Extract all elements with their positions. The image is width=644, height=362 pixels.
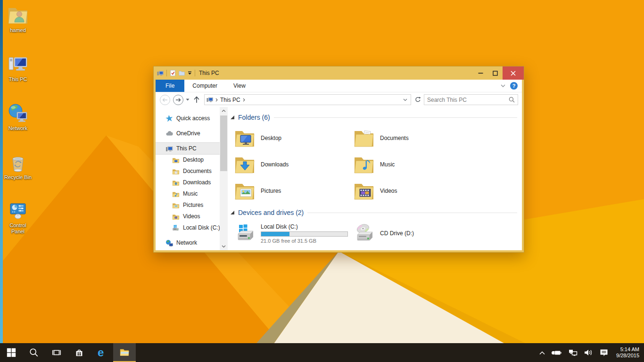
help-icon[interactable]: ?: [510, 82, 518, 90]
sidebar-item-music[interactable]: Music: [156, 188, 220, 199]
sidebar-item-documents[interactable]: Documents: [156, 165, 220, 177]
scrollbar-up-arrow[interactable]: [220, 107, 228, 115]
task-view-button[interactable]: [45, 343, 68, 362]
desktop-icon-recycle-bin[interactable]: Recycle Bin: [0, 151, 36, 181]
sidebar-item-label: Quick access: [176, 115, 210, 122]
tile-documents[interactable]: Documents: [350, 125, 469, 151]
search-input[interactable]: [427, 97, 509, 103]
store-button[interactable]: [68, 343, 91, 362]
customize-dropdown-icon[interactable]: [188, 71, 192, 75]
collapse-triangle-icon[interactable]: [231, 115, 234, 119]
folder-desktop-icon: [172, 156, 180, 164]
taskbar-clock[interactable]: 5:14 AM 9/28/2015: [615, 346, 639, 359]
up-arrow-icon: [193, 96, 200, 103]
sidebar-item-local-disk-c[interactable]: Local Disk (C:): [156, 222, 220, 233]
up-button[interactable]: [191, 96, 202, 103]
power-icon[interactable]: [552, 349, 562, 356]
hard-drive-icon: [172, 224, 180, 231]
cd-drive-icon: [353, 222, 375, 245]
desktop-icon-hamed[interactable]: hamed: [0, 4, 36, 33]
desktop-icon-this-pc[interactable]: This PC: [0, 53, 36, 82]
scrollbar-thumb[interactable]: [220, 115, 227, 171]
folder-desktop-icon: [233, 127, 256, 149]
search-box[interactable]: [424, 94, 518, 105]
forward-arrow-icon: [175, 98, 181, 102]
sidebar-item-label: OneDrive: [176, 130, 200, 137]
chevron-up-icon: [222, 109, 226, 112]
recent-locations-dropdown[interactable]: [186, 99, 190, 101]
tile-music[interactable]: Music: [350, 151, 469, 178]
tile-videos[interactable]: Videos: [350, 178, 469, 204]
breadcrumb[interactable]: This PC: [220, 97, 240, 103]
breadcrumb-chevron-icon[interactable]: [243, 98, 245, 102]
chevron-down-icon: [403, 99, 407, 101]
folder-downloads-icon: [172, 179, 180, 186]
tile-cd-drive-d[interactable]: CD Drive (D:): [350, 220, 469, 247]
start-button[interactable]: [0, 343, 23, 362]
clock-time: 5:14 AM: [616, 346, 639, 353]
sidebar-item-desktop[interactable]: Desktop: [156, 154, 220, 165]
action-center-icon[interactable]: [599, 348, 609, 357]
desktop-icon-label: Control Panel: [4, 222, 32, 235]
sidebar-item-onedrive[interactable]: OneDrive: [156, 128, 220, 139]
tile-label: Desktop: [261, 135, 281, 141]
sidebar-item-label: Pictures: [183, 202, 203, 208]
tile-downloads[interactable]: Downloads: [231, 151, 350, 178]
sidebar-item-label: This PC: [176, 145, 197, 152]
file-explorer-button[interactable]: [113, 343, 136, 362]
title-bar[interactable]: This PC: [154, 66, 524, 80]
desktop-icon-network[interactable]: Network: [0, 102, 36, 132]
forward-button[interactable]: [173, 95, 183, 105]
sidebar-item-videos[interactable]: Videos: [156, 211, 220, 222]
address-dropdown[interactable]: [402, 99, 409, 101]
taskbar-search-button[interactable]: [23, 343, 45, 362]
tab-file[interactable]: File: [156, 80, 184, 92]
folder-documents-icon: [353, 127, 375, 149]
sidebar-item-this-pc[interactable]: This PC: [156, 143, 220, 154]
tile-local-disk-c[interactable]: Local Disk (C:) 21.0 GB free of 31.5 GB: [231, 220, 350, 247]
network-icon[interactable]: [568, 349, 578, 356]
taskbar: e: [0, 343, 644, 362]
properties-icon[interactable]: [170, 70, 176, 76]
edge-button[interactable]: e: [91, 343, 113, 362]
scrollbar-down-arrow[interactable]: [220, 243, 228, 250]
folder-music-icon: [172, 190, 180, 197]
expand-ribbon-chevron-icon[interactable]: [501, 84, 505, 87]
tile-label: Videos: [380, 188, 397, 194]
sidebar-item-network[interactable]: Network: [156, 237, 220, 248]
refresh-icon: [415, 97, 421, 103]
search-icon[interactable]: [509, 97, 515, 103]
group-header-devices: Devices and drives (2): [231, 208, 517, 217]
start-icon: [6, 347, 17, 358]
group-divider: [274, 117, 517, 118]
folder-videos-icon: [172, 213, 180, 220]
new-folder-icon[interactable]: [179, 70, 185, 76]
ribbon-tabs: File Computer View ?: [156, 80, 522, 92]
tile-pictures[interactable]: Pictures: [231, 178, 350, 204]
control-panel-icon: [7, 199, 29, 222]
sidebar-scrollbar[interactable]: [220, 107, 228, 250]
ribbon-right-controls: ?: [501, 80, 522, 92]
sidebar-item-downloads[interactable]: Downloads: [156, 177, 220, 188]
back-button[interactable]: [160, 95, 170, 105]
volume-icon[interactable]: [584, 349, 593, 356]
tab-view[interactable]: View: [225, 80, 254, 92]
tab-computer[interactable]: Computer: [184, 80, 225, 92]
address-bar[interactable]: This PC: [204, 94, 411, 105]
tile-desktop[interactable]: Desktop: [231, 125, 350, 151]
sidebar-item-quick-access[interactable]: Quick access: [156, 113, 220, 124]
desktop-icon-control-panel[interactable]: Control Panel: [0, 199, 36, 235]
tile-label: Music: [380, 161, 395, 168]
refresh-button[interactable]: [413, 97, 423, 103]
collapse-triangle-icon[interactable]: [231, 211, 234, 214]
tray-chevron-up-icon[interactable]: [539, 351, 545, 355]
minimize-button[interactable]: [473, 66, 488, 80]
desktop-icon-label: Recycle Bin: [0, 174, 36, 181]
group-title: Folders (6): [238, 114, 270, 121]
maximize-button[interactable]: [488, 66, 503, 80]
tile-label: Documents: [380, 135, 409, 141]
file-explorer-icon: [119, 346, 130, 358]
sidebar-item-pictures[interactable]: Pictures: [156, 199, 220, 211]
desktop-background: hamed This PC Network: [0, 0, 644, 362]
close-button[interactable]: [503, 66, 524, 80]
